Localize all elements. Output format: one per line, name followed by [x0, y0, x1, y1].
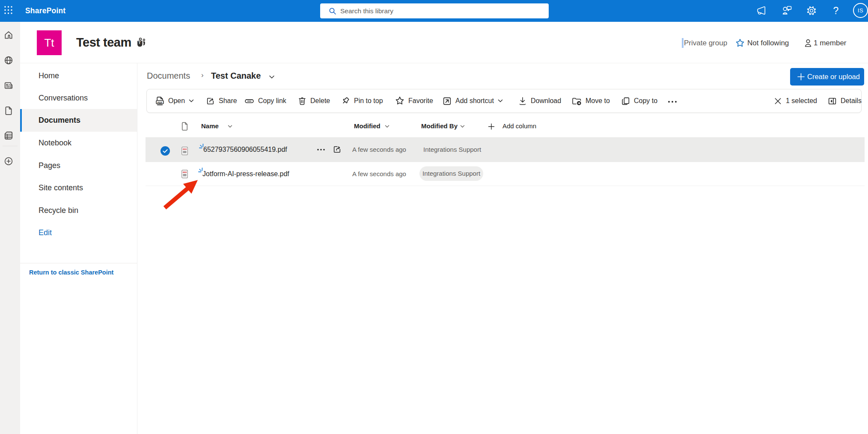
svg-text:T: T: [138, 41, 141, 45]
svg-text:PDF: PDF: [158, 101, 163, 103]
